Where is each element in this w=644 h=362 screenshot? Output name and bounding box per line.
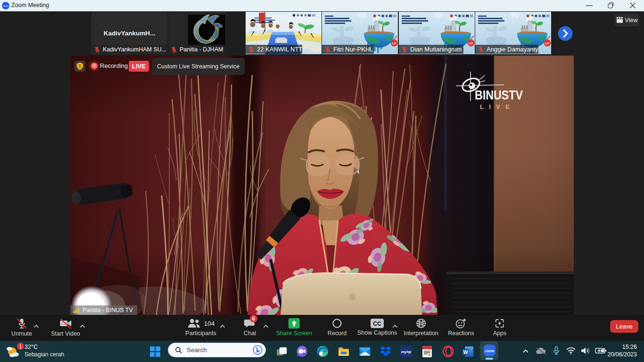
svg-text:LIVE: LIVE	[480, 103, 515, 110]
svg-text:1.5°: 1.5°	[392, 42, 396, 45]
svg-text:BINUSTV: BINUSTV	[475, 88, 523, 102]
svg-text:myhp: myhp	[401, 350, 411, 354]
svg-text:CC: CC	[373, 321, 381, 327]
svg-text:1.5°: 1.5°	[545, 42, 550, 45]
svg-text:1.5°: 1.5°	[469, 42, 473, 45]
svg-text:W: W	[463, 350, 468, 355]
svg-text:zoom: zoom	[485, 349, 495, 353]
svg-text:zoom: zoom	[3, 5, 8, 7]
